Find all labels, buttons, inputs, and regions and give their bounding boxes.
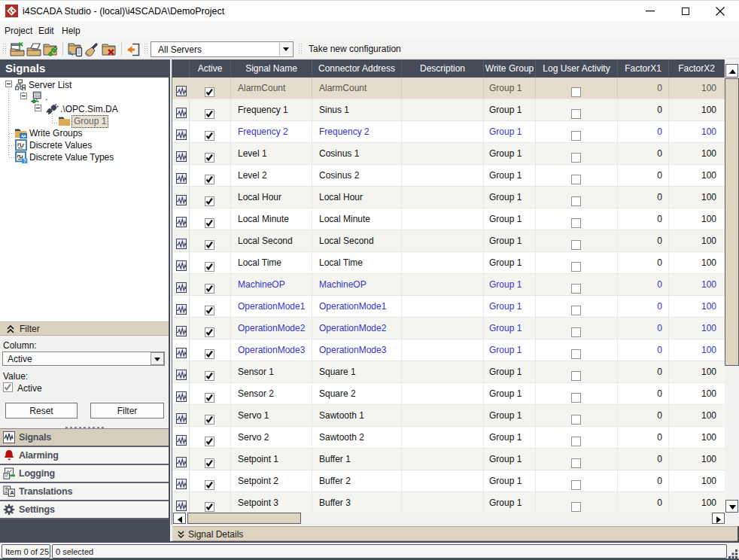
svg-text:?: ? [23, 158, 26, 163]
svg-text:A: A [10, 489, 14, 496]
